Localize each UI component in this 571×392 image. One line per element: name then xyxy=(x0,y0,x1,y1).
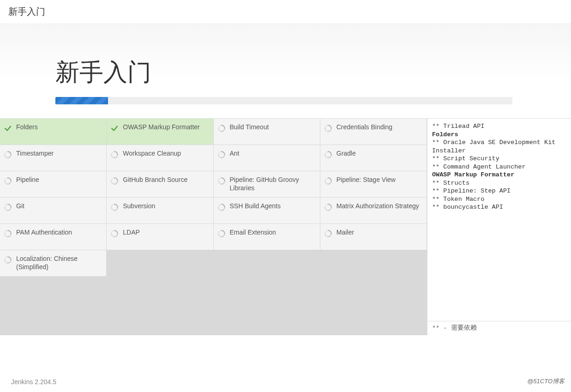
spinner-icon xyxy=(217,203,226,211)
plugin-label: LDAP xyxy=(123,229,140,237)
log-panel: ** Trilead APIFolders** Oracle Java SE D… xyxy=(427,119,571,335)
spinner-icon xyxy=(4,177,12,185)
spinner-icon xyxy=(4,151,12,159)
progress-container xyxy=(55,97,512,104)
plugin-cell: Build Timeout xyxy=(214,119,320,145)
spinner-icon xyxy=(217,124,226,133)
spinner-icon xyxy=(324,151,332,159)
plugin-label: Workspace Cleanup xyxy=(123,150,181,158)
check-icon xyxy=(110,124,119,133)
plugin-label: Email Extension xyxy=(230,229,276,237)
log-line: ** Pipeline: Step API xyxy=(432,187,566,195)
hero-section: 新手入门 xyxy=(0,24,571,118)
plugin-label: Pipeline xyxy=(16,176,39,184)
plugin-label: SSH Build Agents xyxy=(230,202,281,211)
plugin-label: Subversion xyxy=(123,202,155,211)
spinner-icon xyxy=(110,177,119,185)
plugin-cell: Pipeline xyxy=(0,171,106,197)
spinner-icon xyxy=(4,203,12,211)
plugin-label: OWASP Markup Formatter xyxy=(123,123,199,132)
plugin-cell: Gradle xyxy=(320,145,427,171)
plugin-grid: FoldersOWASP Markup FormatterBuild Timeo… xyxy=(0,119,427,335)
plugin-cell: Mailer xyxy=(320,224,427,250)
plugin-label: Ant xyxy=(230,150,240,158)
spinner-icon xyxy=(217,151,226,159)
watermark: @51CTO博客 xyxy=(527,377,565,386)
log-line: ** Token Macro xyxy=(432,195,566,204)
plugin-label: Credentials Binding xyxy=(337,123,392,132)
plugin-cell: Timestamper xyxy=(0,145,106,171)
plugin-label: Pipeline: GitHub Groovy Libraries xyxy=(230,176,314,192)
spinner-icon xyxy=(324,229,332,238)
plugin-label: Folders xyxy=(16,123,38,132)
check-icon xyxy=(4,124,12,133)
plugin-cell: Credentials Binding xyxy=(320,119,427,145)
plugin-cell: PAM Authentication xyxy=(0,224,106,250)
plugin-cell: Workspace Cleanup xyxy=(107,145,213,171)
log-line: ** Structs xyxy=(432,179,566,187)
plugin-cell: Git xyxy=(0,198,106,223)
page-title: 新手入门 xyxy=(55,56,571,89)
log-line: ** Command Agent Launcher xyxy=(432,163,566,171)
plugin-label: Build Timeout xyxy=(230,123,269,132)
plugin-cell: SSH Build Agents xyxy=(214,198,320,223)
plugin-label: GitHub Branch Source xyxy=(123,176,187,184)
spinner-icon xyxy=(217,177,226,185)
plugin-cell: LDAP xyxy=(107,224,213,250)
plugin-label: Localization: Chinese (Simplified) xyxy=(16,255,101,271)
plugin-cell: Pipeline: GitHub Groovy Libraries xyxy=(214,171,320,197)
spinner-icon xyxy=(324,124,332,133)
log-line: ** Oracle Java SE Development Kit Instal… xyxy=(432,139,566,155)
spinner-icon xyxy=(110,229,119,238)
plugin-label: PAM Authentication xyxy=(16,229,72,237)
log-line: ** Script Security xyxy=(432,155,566,163)
plugin-label: Git xyxy=(16,202,24,211)
spinner-icon xyxy=(110,151,119,159)
plugin-cell: Matrix Authorization Strategy xyxy=(320,198,427,223)
header-title: 新手入门 xyxy=(8,6,45,17)
plugin-cell: GitHub Branch Source xyxy=(107,171,213,197)
header-bar: 新手入门 xyxy=(0,0,571,24)
log-footer: ** - 需要依赖 xyxy=(427,321,571,335)
spinner-icon xyxy=(217,229,226,238)
footer-version: Jenkins 2.204.5 xyxy=(11,378,56,386)
spinner-icon xyxy=(324,177,332,185)
plugin-label: Gradle xyxy=(337,150,356,158)
plugin-cell: Folders xyxy=(0,119,106,145)
progress-bar xyxy=(55,97,108,104)
plugin-cell: Subversion xyxy=(107,198,213,223)
plugin-cell: OWASP Markup Formatter xyxy=(107,119,213,145)
plugin-cell: Localization: Chinese (Simplified) xyxy=(0,250,106,276)
plugin-cell: Pipeline: Stage View xyxy=(320,171,427,197)
log-line: ** bouncycastle API xyxy=(432,203,566,211)
plugin-cell: Email Extension xyxy=(214,224,320,250)
main-area: FoldersOWASP Markup FormatterBuild Timeo… xyxy=(0,118,571,335)
plugin-label: Matrix Authorization Strategy xyxy=(337,202,419,211)
log-line: OWASP Markup Formatter xyxy=(432,171,566,179)
plugin-label: Mailer xyxy=(337,229,354,237)
log-lines: ** Trilead APIFolders** Oracle Java SE D… xyxy=(432,122,566,211)
log-line: ** Trilead API xyxy=(432,122,566,131)
log-line: Folders xyxy=(432,131,566,139)
spinner-icon xyxy=(110,203,119,211)
spinner-icon xyxy=(324,203,332,211)
spinner-icon xyxy=(4,256,12,264)
plugin-label: Pipeline: Stage View xyxy=(337,176,396,184)
plugin-cell: Ant xyxy=(214,145,320,171)
plugin-label: Timestamper xyxy=(16,150,54,158)
spinner-icon xyxy=(4,229,12,238)
